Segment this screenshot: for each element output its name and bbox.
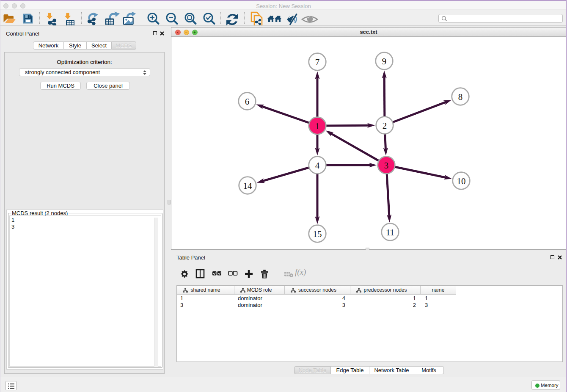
svg-text:11: 11 (386, 227, 394, 237)
svg-text:4: 4 (315, 160, 320, 171)
svg-text:8: 8 (458, 92, 463, 102)
svg-text:14: 14 (243, 181, 253, 191)
svg-text:7: 7 (315, 57, 320, 67)
svg-text:6: 6 (245, 97, 250, 107)
svg-text:3: 3 (384, 160, 389, 171)
svg-text:10: 10 (457, 176, 466, 186)
svg-text:1: 1 (315, 121, 320, 131)
svg-text:15: 15 (313, 229, 322, 239)
svg-text:2: 2 (383, 121, 387, 131)
svg-text:9: 9 (382, 56, 387, 66)
